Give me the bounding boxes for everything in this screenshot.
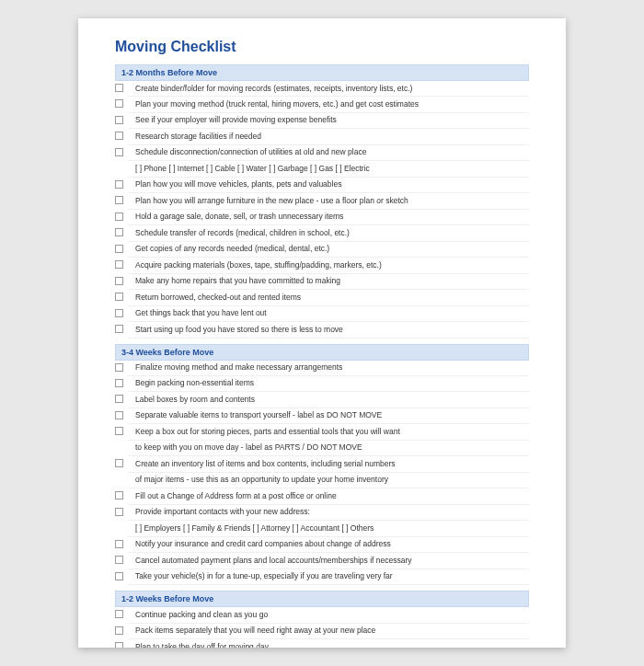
checklist-item-text: Get copies of any records needed (medica… (128, 242, 529, 258)
checklist-row: Get things back that you have lent out (115, 306, 529, 322)
checklist-row: Cancel automated payment plans and local… (115, 553, 529, 568)
checklist-row: Take your vehicle(s) in for a tune-up, e… (115, 569, 529, 585)
checklist-item-text: Begin packing non-essential items (128, 376, 529, 392)
checkbox-icon[interactable] (115, 293, 123, 301)
checklist-row: Acquire packing materials (boxes, tape, … (115, 258, 529, 273)
checkbox-cell (115, 376, 128, 387)
checklist-item-text: Keep a box out for storing pieces, parts… (128, 424, 529, 440)
checkbox-icon[interactable] (115, 228, 123, 236)
checklist-row: of major items - use this as an opportun… (115, 473, 529, 488)
checkbox-cell (115, 521, 128, 522)
checklist-row: Get copies of any records needed (medica… (115, 242, 529, 258)
checkbox-icon[interactable] (115, 540, 123, 548)
checkbox-icon[interactable] (115, 260, 123, 269)
checkbox-icon[interactable] (115, 556, 123, 564)
checkbox-icon[interactable] (115, 427, 123, 435)
checklist-item-text: Take your vehicle(s) in for a tune-up, e… (128, 569, 529, 585)
checkbox-icon[interactable] (115, 148, 123, 156)
checkbox-cell (115, 113, 128, 124)
checklist-row: to keep with you on move day - label as … (115, 441, 529, 456)
checkbox-cell (115, 97, 128, 108)
checkbox-cell (115, 274, 128, 285)
checkbox-icon[interactable] (115, 459, 123, 467)
checkbox-icon[interactable] (115, 309, 123, 317)
checklist-row: Hold a garage sale, donate, sell, or tra… (115, 210, 529, 225)
checklist-row: Create binder/folder for moving records … (115, 81, 529, 97)
checkbox-icon[interactable] (115, 395, 123, 403)
checklist-item-text: Get things back that you have lent out (128, 306, 529, 322)
checklist-row: Plan how you will move vehicles, plants,… (115, 178, 529, 193)
checkbox-icon[interactable] (115, 363, 123, 372)
checklist-row: Fill out a Change of Address form at a p… (115, 488, 529, 504)
checkbox-icon[interactable] (115, 84, 123, 92)
checkbox-cell (115, 225, 128, 236)
checkbox-icon[interactable] (115, 277, 123, 285)
checklist-row: Schedule disconnection/connection of uti… (115, 145, 529, 161)
checklist-row: Start using up food you have stored so t… (115, 322, 529, 338)
checklist-row: Separate valuable items to transport you… (115, 408, 529, 424)
checklist-item-text: Cancel automated payment plans and local… (128, 553, 529, 568)
checklist-item-text: Fill out a Change of Address form at a p… (128, 488, 529, 504)
checklist-item-text: Notify your insurance and credit card co… (128, 537, 529, 553)
checkbox-cell (115, 537, 128, 548)
checkbox-icon[interactable] (115, 180, 123, 189)
checkbox-icon[interactable] (115, 379, 123, 387)
checkbox-cell (115, 607, 128, 618)
checkbox-cell (115, 161, 128, 162)
checkbox-cell (115, 488, 128, 500)
checklist-item-text: Plan your moving method (truck rental, h… (128, 97, 529, 112)
checklist-row: Make any home repairs that you have comm… (115, 274, 529, 290)
checkbox-cell (115, 322, 128, 333)
document-page: Moving Checklist 1-2 Months Before MoveC… (78, 18, 566, 648)
checkbox-cell (115, 456, 128, 467)
checkbox-icon[interactable] (115, 411, 123, 419)
checklist-row: Notify your insurance and credit card co… (115, 537, 529, 553)
checkbox-icon[interactable] (115, 491, 123, 500)
checklist-item-text: Plan how you will move vehicles, plants,… (128, 178, 529, 193)
checklist-row: Begin packing non-essential items (115, 376, 529, 392)
checklist-item-text: Plan to take the day off for moving day (128, 639, 529, 648)
checklist-item-text: Return borrowed, checked-out and rented … (128, 290, 529, 305)
checklist-item-text: See if your employer will provide moving… (128, 113, 529, 129)
checkbox-cell (115, 361, 128, 372)
checklist-item-text: Pack items separately that you will need… (128, 624, 529, 639)
checkbox-cell (115, 129, 128, 140)
checklist-row: Return borrowed, checked-out and rented … (115, 290, 529, 305)
checkbox-cell (115, 392, 128, 403)
checklist-item-text: Create binder/folder for moving records … (128, 81, 529, 97)
checkbox-cell (115, 569, 128, 580)
section-header: 1-2 Months Before Move (115, 64, 529, 81)
checklist-row: Provide important contacts with your new… (115, 505, 529, 521)
checklist-row: [ ] Phone [ ] Internet [ ] Cable [ ] Wat… (115, 161, 529, 177)
checkbox-cell (115, 290, 128, 301)
checklist-row: Create an inventory list of items and bo… (115, 456, 529, 472)
checkbox-icon[interactable] (115, 196, 123, 204)
checkbox-icon[interactable] (115, 626, 123, 635)
checkbox-icon[interactable] (115, 245, 123, 253)
checklist-row: See if your employer will provide moving… (115, 113, 529, 129)
checkbox-icon[interactable] (115, 572, 123, 580)
checkbox-icon[interactable] (115, 116, 123, 124)
checklist-row: Plan your moving method (truck rental, h… (115, 97, 529, 112)
checkbox-icon[interactable] (115, 325, 123, 333)
checkbox-icon[interactable] (115, 99, 123, 108)
checkbox-cell (115, 81, 128, 92)
checkbox-icon[interactable] (115, 508, 123, 516)
checklist-item-text: Label boxes by room and contents (128, 392, 529, 408)
checklist-item-text: Research storage facilities if needed (128, 129, 529, 144)
checklist-row: Research storage facilities if needed (115, 129, 529, 144)
checkbox-icon[interactable] (115, 132, 123, 140)
checklist-item-text: of major items - use this as an opportun… (128, 473, 529, 488)
checkbox-icon[interactable] (115, 610, 123, 618)
checklist-body: 1-2 Months Before MoveCreate binder/fold… (115, 64, 529, 648)
checkbox-cell (115, 178, 128, 189)
checkbox-cell (115, 441, 128, 442)
checklist-row: Keep a box out for storing pieces, parts… (115, 424, 529, 440)
checklist-item-text: Continue packing and clean as you go (128, 607, 529, 623)
checkbox-icon[interactable] (115, 642, 123, 648)
checkbox-icon[interactable] (115, 212, 123, 221)
checklist-item-text: Make any home repairs that you have comm… (128, 274, 529, 290)
section-header: 3-4 Weeks Before Move (115, 344, 529, 361)
checkbox-cell (115, 242, 128, 253)
checklist-row: Plan to take the day off for moving day (115, 639, 529, 648)
